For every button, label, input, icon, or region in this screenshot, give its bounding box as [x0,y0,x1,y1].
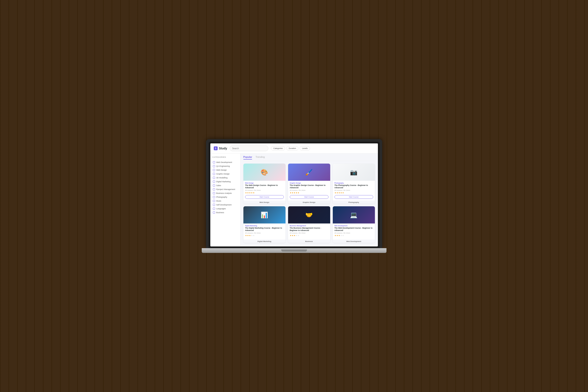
sidebar-item-music[interactable]: Music [213,199,238,203]
sidebar-item-photography[interactable]: Photography [213,195,238,199]
sidebar-checkbox-sales[interactable] [213,184,215,186]
course-title-6: The Web Development Course - Beginner to… [334,227,373,232]
sidebar: Categories Web Development QA Engineerin… [210,154,240,246]
course-title-3: The Photography Course - Beginner to Adv… [334,184,373,189]
logo-text: Study [219,146,227,150]
sidebar-checkbox-digitalmarketing[interactable] [213,180,215,183]
course-category-3: Photography [334,182,373,184]
start-course-btn-1[interactable]: Start Course [245,195,284,199]
card-tag-2: Graphic Design [288,200,330,204]
course-meta-2: 26 Lessons • 5hr 24min [290,190,328,191]
course-thumb-4: 📊 [243,206,286,224]
course-meta-6: 26 Lessons • 5hr 24min [334,232,373,234]
sidebar-item-qa[interactable]: QA Engineering [213,164,238,168]
course-thumb-1: 🎨 [243,164,286,181]
course-category-2: Graphic Design [290,182,328,184]
course-title-4: The Digital Marketing Course - Beginner … [245,227,284,232]
logo-icon: S [214,146,218,150]
sidebar-checkbox-webdev[interactable] [213,161,215,163]
sidebar-checkbox-bizanalysis[interactable] [213,192,215,194]
tab-popular[interactable]: Popular [243,156,252,160]
course-thumb-3: 📷 [333,164,375,181]
sidebar-item-graphicdesign[interactable]: Graphic Design [213,172,238,176]
sidebar-checkbox-graphicdesign[interactable] [213,173,215,175]
sidebar-item-sales[interactable]: Sales [213,184,238,188]
sidebar-checkbox-selfdev[interactable] [213,204,215,206]
header-filters: Categories Duration Levels [271,146,310,150]
course-card-4: 📊 Digital Marketing The Digital Marketin… [243,206,286,243]
course-thumb-2: 🖌️ [288,164,330,181]
course-stars-1: ★★★★★ [245,192,284,194]
sidebar-item-business[interactable]: Business [213,210,238,214]
courses-grid: 🎨 Web Design The Web Design Course - Beg… [243,164,375,243]
course-title-1: The Web Design Course - Beginner to Adva… [245,184,284,189]
course-stars-6: ★★★★★ [334,234,373,236]
logo: S Study [214,146,227,150]
sidebar-checkbox-business[interactable] [213,212,215,214]
sidebar-item-projectmgmt[interactable]: Pproject Management [213,188,238,191]
sidebar-item-webdev[interactable]: Web Development [213,160,238,164]
course-info-3: Photography The Photography Course - Beg… [333,181,375,200]
card-tag-4: Digital Marketing [243,240,286,243]
course-info-6: Web Development The Web Development Cour… [333,224,375,240]
course-stars-3: ★★★★★ [334,192,373,194]
sidebar-checkbox-projectmgmt[interactable] [213,188,215,190]
card-tag-1: Web Design [243,200,286,204]
course-category-4: Digital Marketing [245,225,284,226]
course-category-5: Business Management [290,225,328,226]
start-course-btn-2[interactable]: Start Course [290,195,328,199]
course-thumb-6: 💻 [333,206,375,224]
tabs-bar: Popular Trending [243,156,375,161]
app-main: Categories Web Development QA Engineerin… [210,154,378,246]
course-meta-3: 26 Lessons • 5hr 24min [334,190,373,191]
search-input[interactable] [230,146,268,151]
laptop-notch [281,250,307,252]
content-area: Popular Trending 🎨 [240,154,378,246]
sidebar-item-selfdev[interactable]: Self Development [213,203,238,207]
tab-trending[interactable]: Trending [255,156,265,160]
sidebar-checkbox-qa[interactable] [213,165,215,167]
course-card-1: 🎨 Web Design The Web Design Course - Beg… [243,164,286,204]
course-card-6: 💻 Web Development The Web Development Co… [333,206,375,243]
card-tag-6: Web Development [333,240,375,243]
course-stars-4: ★★★★★ [245,234,284,236]
course-meta-5: 26 Lessons • 5hr 24min [290,232,328,234]
course-info-2: Graphic Design The Graphic Design Course… [288,181,330,200]
course-meta-4: 26 Lessons • 5hr 24min [245,232,284,234]
sidebar-checkbox-photography[interactable] [213,196,215,198]
levels-filter-btn[interactable]: Levels [300,146,310,150]
sidebar-item-webdesign[interactable]: Web Design [213,168,238,172]
card-tag-3: Photography [333,200,375,204]
course-title-5: The Business Management Course - Beginne… [290,227,328,232]
course-stars-5: ★★★★★ [290,234,328,236]
sidebar-item-digitalmarketing[interactable]: Digital Marketing [213,180,238,184]
course-card-2: 🖌️ Graphic Design The Graphic Design Cou… [288,164,330,204]
course-thumb-5: 🤝 [288,206,330,224]
course-category-6: Web Development [334,225,373,226]
course-title-2: The Graphic Design Course - Beginner to … [290,184,328,189]
laptop-base [202,248,386,253]
sidebar-checkbox-music[interactable] [213,200,215,202]
sidebar-item-bizanalysis[interactable]: Business Analysis [213,191,238,195]
course-card-3: 📷 Photography The Photography Course - B… [333,164,375,204]
duration-filter-btn[interactable]: Duration [286,146,298,150]
course-meta-1: 26 Lessons • 5hr 24min [245,190,284,191]
course-info-1: Web Design The Web Design Course - Begin… [243,181,286,200]
sidebar-checkbox-webdesign[interactable] [213,169,215,171]
sidebar-checkbox-languages[interactable] [213,208,215,210]
sidebar-item-3dmodelling[interactable]: 3D Modelling [213,176,238,180]
sidebar-checkbox-3dmodelling[interactable] [213,177,215,179]
course-card-5: 🤝 Business Management The Business Manag… [288,206,330,243]
course-info-5: Business Management The Business Managem… [288,224,330,240]
sidebar-title: Categories [213,156,238,158]
start-course-btn-3[interactable]: Start Course [334,195,373,199]
course-stars-2: ★★★★★ [290,192,328,194]
sidebar-item-languages[interactable]: Languages [213,207,238,210]
course-category-1: Web Design [245,182,284,184]
card-tag-5: Business [288,240,330,243]
course-info-4: Digital Marketing The Digital Marketing … [243,224,286,240]
app-header: S Study Categories Duration Levels [210,144,378,154]
categories-filter-btn[interactable]: Categories [271,146,285,150]
